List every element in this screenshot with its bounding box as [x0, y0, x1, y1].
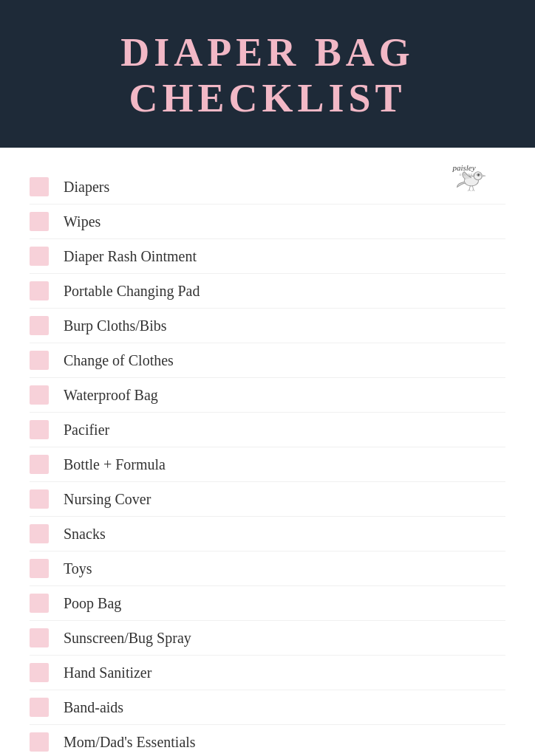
svg-line-9 — [474, 190, 474, 191]
item-label: Bottle + Formula — [64, 456, 166, 473]
logo-area: paisley & SPARROW — [450, 161, 491, 198]
list-item: Band-aids — [30, 690, 505, 725]
item-label: Sunscreen/Bug Spray — [64, 630, 191, 647]
item-label: Waterproof Bag — [64, 387, 158, 404]
list-item: Sunscreen/Bug Spray — [30, 621, 505, 656]
svg-text:paisley: paisley — [451, 164, 475, 173]
checkbox-item[interactable] — [30, 524, 49, 543]
checkbox-item[interactable] — [30, 385, 49, 405]
checkbox-item[interactable] — [30, 489, 49, 509]
item-label: Nursing Cover — [64, 491, 151, 508]
svg-marker-2 — [482, 175, 486, 177]
checkbox-item[interactable] — [30, 663, 49, 682]
list-item: Bottle + Formula — [30, 447, 505, 482]
item-label: Portable Changing Pad — [64, 283, 200, 300]
brand-logo-icon: paisley & SPARROW — [450, 161, 491, 198]
list-item: Toys — [30, 551, 505, 586]
list-item: Waterproof Bag — [30, 378, 505, 413]
item-label: Diapers — [64, 179, 109, 196]
checkbox-item[interactable] — [30, 281, 49, 300]
list-item: Pacifier — [30, 413, 505, 447]
svg-text:& SPARROW: & SPARROW — [459, 173, 482, 176]
svg-line-6 — [468, 190, 469, 191]
item-label: Mom/Dad's Essentials — [64, 734, 196, 751]
list-item: Diaper Rash Ointment — [30, 239, 505, 274]
list-item: Portable Changing Pad — [30, 274, 505, 309]
item-label: Hand Sanitizer — [64, 664, 151, 681]
list-item: Diapers — [30, 170, 505, 205]
list-item: Mom/Dad's Essentials — [30, 725, 505, 756]
list-item: Hand Sanitizer — [30, 656, 505, 690]
item-label: Poop Bag — [64, 595, 121, 612]
checkbox-item[interactable] — [30, 594, 49, 613]
item-label: Pacifier — [64, 422, 109, 439]
header: DIAPER BAG CHECKLIST — [0, 0, 535, 148]
item-label: Burp Cloths/Bibs — [64, 317, 166, 334]
item-label: Snacks — [64, 526, 106, 543]
item-label: Band-aids — [64, 699, 123, 716]
item-label: Change of Clothes — [64, 352, 174, 369]
list-item: Change of Clothes — [30, 343, 505, 378]
checklist: DiapersWipesDiaper Rash OintmentPortable… — [30, 170, 505, 756]
svg-line-7 — [469, 190, 470, 191]
list-item: Poop Bag — [30, 586, 505, 621]
checkbox-item[interactable] — [30, 316, 49, 335]
checkbox-item[interactable] — [30, 420, 49, 439]
list-item: Burp Cloths/Bibs — [30, 309, 505, 343]
checkbox-item[interactable] — [30, 559, 49, 578]
list-item: Snacks — [30, 517, 505, 551]
checkbox-item[interactable] — [30, 698, 49, 717]
main-content: paisley & SPARROW DiapersWipesDiaper Ras… — [0, 148, 535, 756]
checkbox-item[interactable] — [30, 628, 49, 647]
checkbox-item[interactable] — [30, 212, 49, 231]
page-title: DIAPER BAG CHECKLIST — [15, 30, 520, 121]
item-label: Toys — [64, 560, 92, 577]
item-label: Diaper Rash Ointment — [64, 248, 197, 265]
item-label: Wipes — [64, 213, 100, 230]
checkbox-item[interactable] — [30, 732, 49, 752]
checkbox-item[interactable] — [30, 177, 49, 196]
svg-line-8 — [472, 190, 474, 191]
checkbox-item[interactable] — [30, 455, 49, 474]
list-item: Wipes — [30, 205, 505, 239]
list-item: Nursing Cover — [30, 482, 505, 517]
checkbox-item[interactable] — [30, 247, 49, 266]
checkbox-item[interactable] — [30, 351, 49, 370]
